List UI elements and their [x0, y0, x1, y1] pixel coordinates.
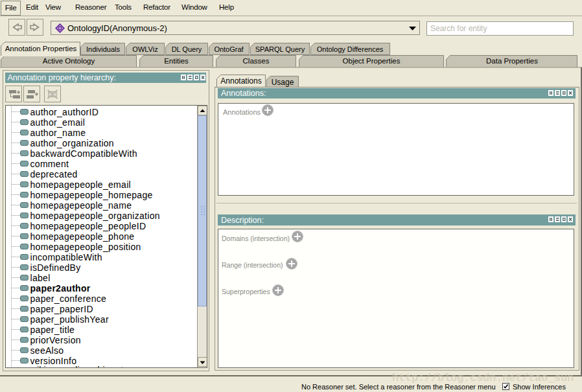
svg-text:Ontology Differences: Ontology Differences: [317, 45, 384, 53]
svg-text:Data Properties: Data Properties: [486, 57, 538, 65]
svg-text:OWLViz: OWLViz: [132, 45, 157, 53]
svg-text:SPARQL Query: SPARQL Query: [255, 45, 305, 53]
svg-text:Classes: Classes: [243, 57, 270, 65]
svg-text:Object Properties: Object Properties: [343, 57, 401, 65]
svg-text:Annotations: Annotations: [220, 76, 261, 86]
svg-text:Entities: Entities: [164, 57, 189, 65]
svg-text:Individuals: Individuals: [86, 45, 120, 53]
svg-text:Usage: Usage: [272, 78, 294, 87]
svg-text:Annotation Properties: Annotation Properties: [5, 45, 77, 52]
svg-text:DL Query: DL Query: [172, 45, 202, 53]
svg-text:Active Ontology: Active Ontology: [43, 57, 95, 65]
svg-text:OntoGraf: OntoGraf: [214, 45, 244, 53]
